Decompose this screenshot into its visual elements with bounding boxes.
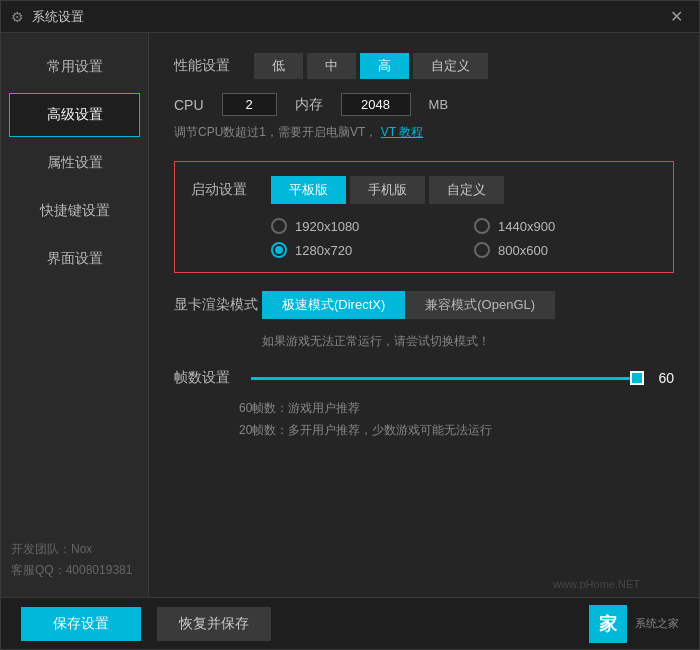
performance-section: 性能设置 低 中 高 自定义 CPU 内存 MB 调节CPU xyxy=(174,53,674,141)
mem-input[interactable] xyxy=(341,93,411,116)
logo-text: 系统之家 xyxy=(635,616,679,631)
res-800[interactable]: 800x600 xyxy=(474,242,657,258)
perf-btn-custom[interactable]: 自定义 xyxy=(413,53,488,79)
startup-section: 启动设置 平板版 手机版 自定义 1920x1080 1440x900 xyxy=(174,161,674,273)
startup-tab-row: 启动设置 平板版 手机版 自定义 xyxy=(191,176,657,204)
res-1440[interactable]: 1440x900 xyxy=(474,218,657,234)
res-1280-radio[interactable] xyxy=(271,242,287,258)
res-1280[interactable]: 1280x720 xyxy=(271,242,454,258)
sidebar-bottom: 开发团队：Nox 客服QQ：4008019381 xyxy=(1,524,148,597)
opengl-btn[interactable]: 兼容模式(OpenGL) xyxy=(405,291,555,319)
res-1920-radio[interactable] xyxy=(271,218,287,234)
sidebar-item-shortcuts[interactable]: 快捷键设置 xyxy=(9,189,140,233)
fps-row: 帧数设置 60 xyxy=(174,368,674,388)
sidebar-item-general[interactable]: 常用设置 xyxy=(9,45,140,89)
sidebar-item-advanced[interactable]: 高级设置 xyxy=(9,93,140,137)
graphics-label: 显卡渲染模式 xyxy=(174,296,262,314)
bottom-bar: 保存设置 恢复并保存 家 系统之家 xyxy=(1,597,699,649)
title-bar-left: ⚙ 系统设置 xyxy=(11,8,84,26)
graphics-hint: 如果游戏无法正常运行，请尝试切换模式！ xyxy=(262,333,674,350)
dev-team-label: 开发团队：Nox xyxy=(11,539,138,561)
fps-hint-2: 20帧数：多开用户推荐，少数游戏可能无法运行 xyxy=(239,420,674,442)
slider-fill xyxy=(251,377,637,380)
startup-tab-group: 平板版 手机版 自定义 xyxy=(271,176,504,204)
save-button[interactable]: 保存设置 xyxy=(21,607,141,641)
close-button[interactable]: ✕ xyxy=(664,5,689,28)
hint-text-main: 调节CPU数超过1，需要开启电脑VT， xyxy=(174,125,377,139)
bottom-buttons: 保存设置 恢复并保存 xyxy=(21,607,271,641)
cpu-mem-row: CPU 内存 MB xyxy=(174,93,674,116)
bottom-logo: 家 系统之家 xyxy=(589,605,679,643)
cpu-input[interactable] xyxy=(222,93,277,116)
perf-btn-mid[interactable]: 中 xyxy=(307,53,356,79)
slider-thumb[interactable] xyxy=(630,371,644,385)
performance-label: 性能设置 xyxy=(174,57,254,75)
fps-label: 帧数设置 xyxy=(174,369,239,387)
res-1440-radio[interactable] xyxy=(474,218,490,234)
fps-slider-container xyxy=(251,368,637,388)
fps-hint-1: 60帧数：游戏用户推荐 xyxy=(239,398,674,420)
startup-label: 启动设置 xyxy=(191,181,271,199)
performance-row: 性能设置 低 中 高 自定义 xyxy=(174,53,674,79)
vt-link[interactable]: VT 教程 xyxy=(381,125,423,139)
cpu-hint: 调节CPU数超过1，需要开启电脑VT， VT 教程 xyxy=(174,124,674,141)
main-window: ⚙ 系统设置 ✕ 常用设置 高级设置 属性设置 快捷键设置 界面设置 开发团队：… xyxy=(0,0,700,650)
title-bar: ⚙ 系统设置 ✕ xyxy=(1,1,699,33)
mem-label: 内存 xyxy=(295,96,323,114)
tab-phone[interactable]: 手机版 xyxy=(350,176,425,204)
restore-button[interactable]: 恢复并保存 xyxy=(157,607,271,641)
fps-hints: 60帧数：游戏用户推荐 20帧数：多开用户推荐，少数游戏可能无法运行 xyxy=(239,398,674,441)
settings-panel: 性能设置 低 中 高 自定义 CPU 内存 MB 调节CPU xyxy=(149,33,699,597)
perf-btn-high[interactable]: 高 xyxy=(360,53,409,79)
qq-label: 客服QQ：4008019381 xyxy=(11,560,138,582)
gear-icon: ⚙ xyxy=(11,9,24,25)
window-title: 系统设置 xyxy=(32,8,84,26)
tab-tablet[interactable]: 平板版 xyxy=(271,176,346,204)
res-1920[interactable]: 1920x1080 xyxy=(271,218,454,234)
tab-custom[interactable]: 自定义 xyxy=(429,176,504,204)
graphics-row: 显卡渲染模式 极速模式(DirectX) 兼容模式(OpenGL) xyxy=(174,291,674,319)
res-1280-label: 1280x720 xyxy=(295,243,352,258)
mb-label: MB xyxy=(429,97,449,112)
sidebar-item-attributes[interactable]: 属性设置 xyxy=(9,141,140,185)
sidebar-item-ui[interactable]: 界面设置 xyxy=(9,237,140,281)
resolution-grid: 1920x1080 1440x900 1280x720 800x600 xyxy=(271,218,657,258)
res-1920-label: 1920x1080 xyxy=(295,219,359,234)
res-800-radio[interactable] xyxy=(474,242,490,258)
directx-btn[interactable]: 极速模式(DirectX) xyxy=(262,291,405,319)
perf-btn-low[interactable]: 低 xyxy=(254,53,303,79)
cpu-label: CPU xyxy=(174,97,204,113)
fps-value: 60 xyxy=(649,370,674,386)
logo-icon: 家 xyxy=(589,605,627,643)
res-1440-label: 1440x900 xyxy=(498,219,555,234)
main-content: 常用设置 高级设置 属性设置 快捷键设置 界面设置 开发团队：Nox 客服QQ：… xyxy=(1,33,699,597)
slider-track xyxy=(251,377,637,380)
res-800-label: 800x600 xyxy=(498,243,548,258)
sidebar: 常用设置 高级设置 属性设置 快捷键设置 界面设置 开发团队：Nox 客服QQ：… xyxy=(1,33,149,597)
performance-btn-group: 低 中 高 自定义 xyxy=(254,53,488,79)
